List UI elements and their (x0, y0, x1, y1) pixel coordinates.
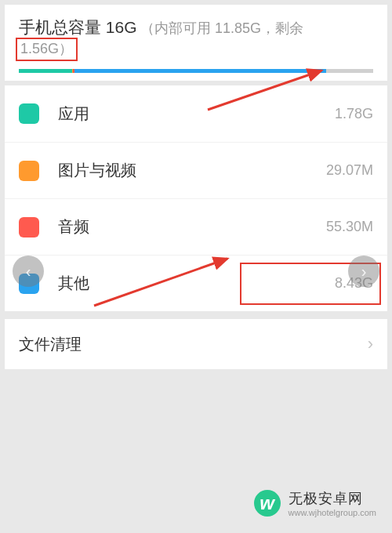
media-icon (19, 161, 39, 181)
usage-row-other[interactable]: 其他 8.43G (5, 255, 387, 311)
storage-subtitle: （内部可用 11.85G，剩余 (140, 20, 303, 36)
progress-seg-other (74, 69, 326, 73)
remaining-highlight: 1.56G） (16, 38, 78, 61)
cleanup-label: 文件清理 (19, 334, 368, 355)
usage-row-media[interactable]: 图片与视频 29.07M (5, 142, 387, 198)
chevron-left-icon: ‹ (26, 263, 31, 281)
row-label: 音频 (58, 216, 326, 237)
row-value: 29.07M (326, 162, 373, 179)
storage-title: 手机总容量 16G (19, 18, 137, 36)
chevron-right-icon: › (368, 334, 373, 354)
storage-progress-bar (19, 69, 373, 73)
watermark-logo-icon: w (254, 490, 281, 517)
row-value: 55.30M (326, 219, 373, 235)
storage-header: 手机总容量 16G （内部可用 11.85G，剩余 1.56G） (5, 5, 387, 81)
usage-list: 应用 1.78G 图片与视频 29.07M 音频 55.30M 其他 8.43G (5, 85, 387, 311)
row-label: 图片与视频 (58, 160, 326, 181)
audio-icon (19, 217, 39, 237)
watermark-url: www.wjhotelgroup.com (289, 508, 377, 517)
progress-seg-apps (19, 69, 72, 73)
usage-row-audio[interactable]: 音频 55.30M (5, 198, 387, 255)
gallery-prev-button[interactable]: ‹ (13, 256, 44, 287)
row-label: 应用 (58, 103, 335, 125)
remaining-value: 1.56G） (20, 41, 73, 56)
chevron-right-icon: › (361, 263, 367, 281)
watermark-brand: 无极安卓网 (289, 489, 377, 508)
gallery-next-button[interactable]: › (348, 256, 379, 287)
usage-row-apps[interactable]: 应用 1.78G (5, 85, 387, 142)
watermark: w 无极安卓网 www.wjhotelgroup.com (254, 489, 377, 517)
cleanup-card: 文件清理 › (5, 319, 387, 369)
cleanup-button[interactable]: 文件清理 › (5, 319, 387, 369)
row-label: 其他 (58, 273, 335, 294)
row-value: 1.78G (335, 106, 373, 122)
apps-icon (19, 103, 39, 124)
